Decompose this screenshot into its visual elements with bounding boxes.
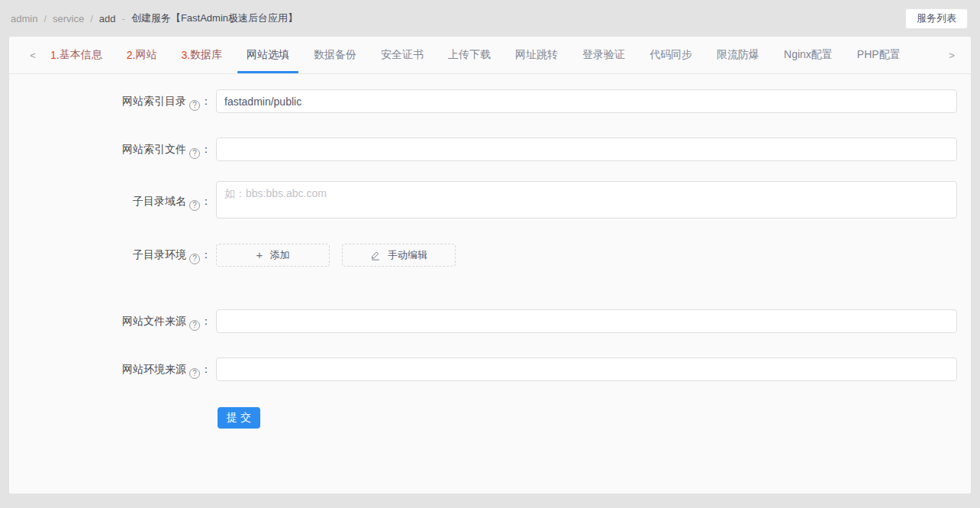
label-colon: ： xyxy=(201,195,211,207)
field-label: 网站索引目录?： xyxy=(9,89,211,113)
form-row-site-file-source: 网站文件来源?： xyxy=(9,309,971,333)
tab-label: 代码同步 xyxy=(650,48,692,62)
subdir-domain-textarea[interactable] xyxy=(216,181,957,218)
tab-number: 1. xyxy=(50,49,60,61)
field-label: 网站索引文件?： xyxy=(9,138,211,161)
form-row-subdir-env: 子目录环境?： + 添加 手动编辑 xyxy=(9,243,971,267)
main-card: < 1.基本信息 2.网站 3.数据库 网站选填 数据备份 安全证书 上传下载 xyxy=(9,37,971,493)
field-label: 网站环境来源?： xyxy=(9,358,211,381)
site-file-source-input[interactable] xyxy=(216,309,957,333)
tab-website-optional[interactable]: 网站选填 xyxy=(237,37,298,73)
label-text: 子目录域名 xyxy=(133,195,186,207)
tab-label: 数据库 xyxy=(190,48,222,62)
pencil-icon xyxy=(370,250,381,260)
label-colon: ： xyxy=(201,315,211,327)
tab-ssl-cert[interactable]: 安全证书 xyxy=(372,37,433,73)
tab-list: 1.基本信息 2.网站 3.数据库 网站选填 数据备份 安全证书 上传下载 网址… xyxy=(41,37,943,73)
manual-edit-button[interactable]: 手动编辑 xyxy=(342,244,456,267)
field-label: 网站文件来源?： xyxy=(9,309,211,333)
submit-button[interactable]: 提 交 xyxy=(218,407,260,429)
breadcrumb-dash: - xyxy=(122,13,125,24)
tab-nginx-config[interactable]: Nginx配置 xyxy=(775,37,842,73)
tab-login-verify[interactable]: 登录验证 xyxy=(573,37,634,73)
label-text: 子目录环境 xyxy=(133,248,186,260)
tab-database[interactable]: 3.数据库 xyxy=(172,37,231,73)
tab-bar: < 1.基本信息 2.网站 3.数据库 网站选填 数据备份 安全证书 上传下载 xyxy=(9,37,971,74)
page-title: 创建服务【FastAdmin极速后台应用】 xyxy=(131,11,298,25)
breadcrumb: admin / service / add - 创建服务【FastAdmin极速… xyxy=(11,11,298,25)
form-row-subdir-domain: 子目录域名?： xyxy=(9,181,971,222)
add-button[interactable]: + 添加 xyxy=(216,244,330,267)
breadcrumb-item-service[interactable]: service xyxy=(53,13,84,24)
field-label: 子目录环境?： xyxy=(9,243,211,267)
tab-label: 网址跳转 xyxy=(515,48,558,62)
tab-data-backup[interactable]: 数据备份 xyxy=(305,37,366,73)
label-text: 网站文件来源 xyxy=(122,315,186,327)
tab-php-config[interactable]: PHP配置 xyxy=(848,37,910,73)
field-label: 子目录域名?： xyxy=(9,189,211,213)
manual-edit-button-label: 手动编辑 xyxy=(388,248,427,262)
service-form: 网站索引目录?： 网站索引文件?： 子目录域名?： xyxy=(9,74,971,429)
plus-icon: + xyxy=(256,249,263,260)
form-row-site-index-dir: 网站索引目录?： xyxy=(9,89,971,113)
help-icon[interactable]: ? xyxy=(189,368,200,379)
breadcrumb-item-add: add xyxy=(99,13,116,24)
tab-label: 登录验证 xyxy=(582,48,625,62)
tab-website[interactable]: 2.网站 xyxy=(118,37,166,73)
breadcrumb-item-admin[interactable]: admin xyxy=(11,13,37,24)
help-icon[interactable]: ? xyxy=(189,320,200,331)
top-bar: admin / service / add - 创建服务【FastAdmin极速… xyxy=(0,0,980,37)
site-index-file-input[interactable] xyxy=(216,138,957,161)
subdir-env-buttons: + 添加 手动编辑 xyxy=(216,244,957,267)
label-colon: ： xyxy=(201,248,211,260)
site-index-dir-input[interactable] xyxy=(216,89,957,113)
help-icon[interactable]: ? xyxy=(189,148,200,159)
tab-number: 2. xyxy=(127,49,136,61)
help-icon[interactable]: ? xyxy=(189,254,200,264)
tab-label: 数据备份 xyxy=(314,48,356,62)
tab-basic-info[interactable]: 1.基本信息 xyxy=(41,37,111,73)
tab-label: 限流防爆 xyxy=(717,48,759,62)
submit-row: 提 交 xyxy=(9,407,971,429)
tab-label: PHP配置 xyxy=(857,48,901,62)
label-colon: ： xyxy=(201,95,211,107)
tab-label: Nginx配置 xyxy=(784,48,833,62)
label-text: 网站环境来源 xyxy=(122,363,186,375)
label-text: 网站索引目录 xyxy=(122,95,186,107)
tab-rate-limit[interactable]: 限流防爆 xyxy=(708,37,769,73)
tab-label: 上传下载 xyxy=(448,48,491,62)
label-colon: ： xyxy=(201,363,211,375)
tab-scroll-right-icon[interactable]: > xyxy=(943,37,960,73)
tab-label: 安全证书 xyxy=(381,48,424,62)
breadcrumb-separator: / xyxy=(90,13,93,24)
tab-label: 网站 xyxy=(135,48,156,62)
tab-url-redirect[interactable]: 网址跳转 xyxy=(506,37,567,73)
label-text: 网站索引文件 xyxy=(122,143,186,155)
add-button-label: 添加 xyxy=(269,248,289,262)
label-colon: ： xyxy=(201,143,211,155)
tab-label: 基本信息 xyxy=(60,48,102,62)
help-icon[interactable]: ? xyxy=(189,200,200,211)
tab-upload-download[interactable]: 上传下载 xyxy=(439,37,500,73)
tab-scroll-left-icon[interactable]: < xyxy=(24,37,41,73)
tab-code-sync[interactable]: 代码同步 xyxy=(640,37,701,73)
form-row-site-env-source: 网站环境来源?： xyxy=(9,358,971,381)
tab-label: 网站选填 xyxy=(247,48,289,62)
site-env-source-input[interactable] xyxy=(216,358,957,381)
service-list-button[interactable]: 服务列表 xyxy=(905,8,968,29)
breadcrumb-separator: / xyxy=(44,13,47,24)
tab-number: 3. xyxy=(181,49,190,61)
help-icon[interactable]: ? xyxy=(189,100,200,111)
form-row-site-index-file: 网站索引文件?： xyxy=(9,138,971,161)
